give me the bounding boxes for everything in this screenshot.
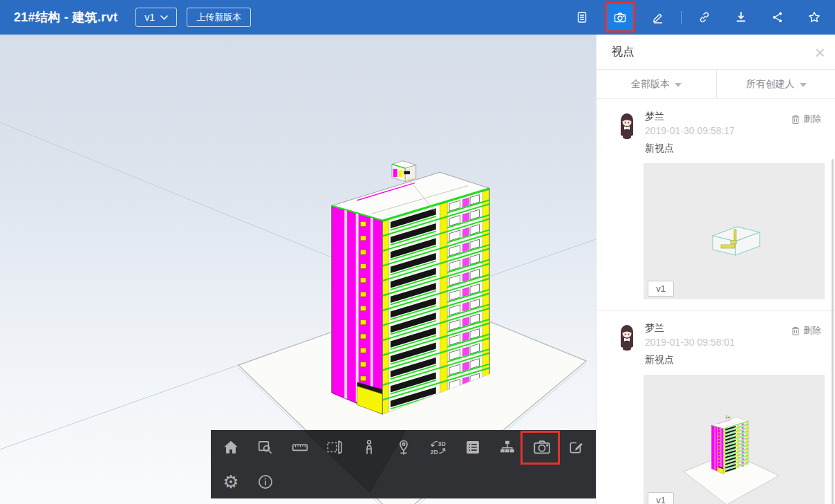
header-icon-bar <box>568 0 828 35</box>
delete-button[interactable]: 删除 <box>791 324 821 337</box>
markup-button[interactable] <box>559 430 594 465</box>
markup-square-pencil-icon <box>567 438 585 456</box>
viewpoint-name: 新视点 <box>645 142 674 155</box>
pin-viewpoint-button[interactable] <box>386 430 421 465</box>
viewpoints-panel: 视点 × 全部版本 所有创建人 梦兰 2019-01-30 09:58:17 删… <box>596 35 835 504</box>
info-icon <box>256 473 274 491</box>
panel-scrollbar-thumb[interactable] <box>832 159 834 504</box>
fit-view-icon <box>256 438 274 456</box>
version-selector-label: v1 <box>144 12 155 23</box>
person-icon <box>360 438 378 456</box>
dropdown-triangle-icon <box>675 83 682 87</box>
2d-3d-toggle-button[interactable]: 3D 2D <box>421 430 456 465</box>
card-user-name: 梦兰 <box>645 322 664 335</box>
camera-icon <box>532 438 552 457</box>
delete-button[interactable]: 删除 <box>791 113 821 125</box>
close-icon[interactable]: × <box>809 41 831 64</box>
filter-bar: 全部版本 所有创建人 <box>597 69 835 99</box>
trash-icon <box>791 326 800 336</box>
header-divider <box>681 11 682 24</box>
card-divider <box>597 310 835 311</box>
file-title: 21#结构 - 建筑.rvt <box>14 9 118 26</box>
ruler-icon <box>291 438 309 456</box>
avatar <box>617 324 637 353</box>
markup-pen-icon[interactable] <box>644 0 672 35</box>
info-button[interactable] <box>248 465 283 499</box>
camera-viewpoints-button-active[interactable] <box>605 2 635 32</box>
svg-text:2D: 2D <box>431 449 438 456</box>
version-tag: v1 <box>648 492 674 504</box>
avatar <box>617 112 637 141</box>
document-icon[interactable] <box>568 0 596 35</box>
building-model <box>332 161 489 414</box>
camera-snapshot-button[interactable] <box>525 430 559 465</box>
camera-icon <box>612 10 628 24</box>
filter-all-versions[interactable]: 全部版本 <box>597 70 716 98</box>
star-favorite-icon[interactable] <box>800 0 828 35</box>
home-icon <box>222 438 240 456</box>
2d-3d-icon: 3D 2D <box>429 438 447 456</box>
thumbnail-wireframe-box <box>644 163 825 299</box>
filter-all-creators[interactable]: 所有创建人 <box>716 70 835 98</box>
settings-button[interactable]: ⚙ <box>214 465 248 499</box>
viewer-toolbar: 3D 2D <box>211 430 596 498</box>
share-icon[interactable] <box>764 0 791 35</box>
viewpoint-name: 新视点 <box>645 354 674 366</box>
upload-new-version-button[interactable]: 上传新版本 <box>187 8 251 27</box>
version-tag: v1 <box>648 281 674 297</box>
svg-text:3D: 3D <box>438 440 446 447</box>
model-tree-button[interactable] <box>490 430 525 465</box>
app-header: 21#结构 - 建筑.rvt v1 上传新版本 <box>0 0 835 35</box>
dropdown-triangle-icon <box>800 83 807 87</box>
properties-list-button[interactable] <box>456 430 490 465</box>
viewpoint-thumbnail[interactable]: v1 <box>644 375 825 504</box>
card-timestamp: 2019-01-30 09:58:17 <box>645 125 735 136</box>
thumbnail-building-model <box>644 375 825 504</box>
walkthrough-button[interactable] <box>352 430 386 465</box>
fit-view-button[interactable] <box>248 430 283 465</box>
list-icon <box>464 438 482 456</box>
measure-button[interactable] <box>283 430 317 465</box>
chevron-down-icon <box>160 15 168 20</box>
download-icon[interactable] <box>727 0 755 35</box>
card-timestamp: 2019-01-30 09:58:01 <box>645 337 735 348</box>
card-user-name: 梦兰 <box>645 111 664 123</box>
home-view-button[interactable] <box>214 430 248 465</box>
viewpoint-thumbnail[interactable]: v1 <box>644 163 825 299</box>
trash-icon <box>791 114 800 124</box>
section-icon <box>326 438 344 456</box>
link-icon[interactable] <box>691 0 718 35</box>
map-pin-icon <box>395 438 413 456</box>
gear-icon: ⚙ <box>223 473 238 491</box>
tree-icon <box>498 438 516 456</box>
version-selector[interactable]: v1 <box>135 8 177 27</box>
section-box-button[interactable] <box>317 430 352 465</box>
panel-title: 视点 <box>612 35 634 69</box>
